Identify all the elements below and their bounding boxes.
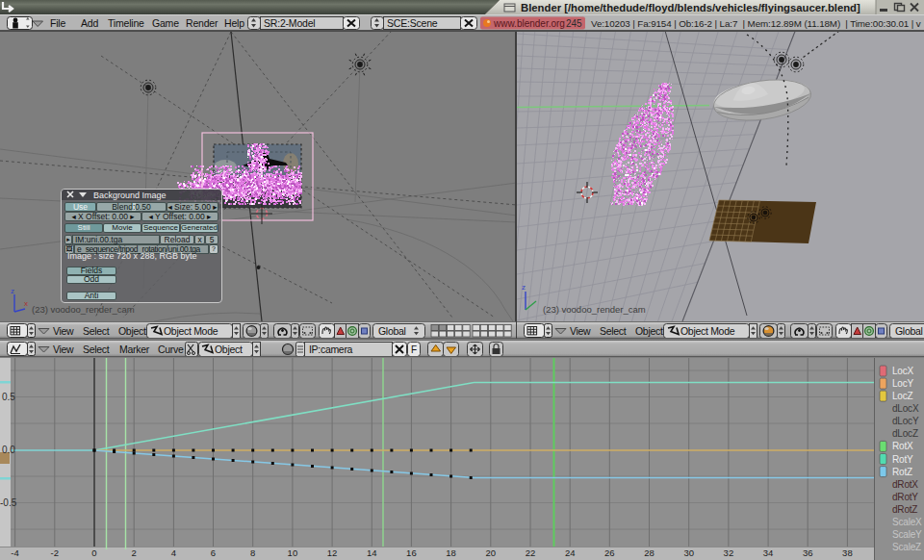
svg-text:Timeline: Timeline — [108, 17, 144, 29]
svg-text:LocX: LocX — [892, 366, 914, 376]
svg-text:Curve: Curve — [158, 344, 184, 355]
svg-text:Object: Object — [635, 325, 663, 337]
svg-text:View: View — [570, 325, 591, 337]
svg-text:(23) voodoo_render_cam: (23) voodoo_render_cam — [32, 304, 135, 315]
svg-text:dLocY: dLocY — [892, 416, 919, 426]
svg-text:Ve:10203 | Fa:9154 | Ob:16-2 |: Ve:10203 | Fa:9154 | Ob:16-2 | La:7 | Me… — [591, 18, 921, 29]
svg-text:26: 26 — [604, 547, 615, 558]
svg-text:dRotY: dRotY — [892, 492, 918, 502]
svg-text:LocZ: LocZ — [892, 391, 913, 401]
svg-text:245: 245 — [566, 18, 582, 29]
svg-text:24: 24 — [565, 547, 576, 558]
svg-text:dRotZ: dRotZ — [892, 504, 917, 515]
svg-text:8: 8 — [250, 547, 255, 558]
svg-text:View: View — [53, 325, 74, 337]
svg-text:20: 20 — [486, 547, 497, 558]
svg-text:32: 32 — [724, 547, 734, 558]
svg-text:Select: Select — [83, 344, 110, 355]
svg-text:x: x — [24, 299, 28, 308]
svg-text:12: 12 — [327, 547, 338, 558]
svg-text:dLocZ: dLocZ — [892, 428, 918, 439]
svg-text:22: 22 — [526, 547, 536, 558]
svg-text:0.5: 0.5 — [2, 392, 15, 402]
svg-text:14: 14 — [367, 547, 377, 558]
svg-text:Help: Help — [224, 17, 244, 29]
svg-text:ScaleX: ScaleX — [892, 517, 922, 527]
svg-text:36: 36 — [803, 547, 813, 558]
svg-text:-0.5: -0.5 — [0, 497, 17, 508]
svg-text:File: File — [50, 17, 65, 29]
svg-text:SCE:Scene: SCE:Scene — [387, 17, 438, 29]
svg-text:Game: Game — [152, 17, 179, 29]
svg-text:0: 0 — [91, 547, 96, 558]
svg-text:Add: Add — [81, 17, 98, 29]
svg-text:RotY: RotY — [892, 454, 913, 465]
svg-text:Blender [/home/thedude/floyd/b: Blender [/home/thedude/floyd/blends/vehi… — [521, 2, 860, 13]
svg-text:2: 2 — [132, 547, 137, 558]
svg-text:18: 18 — [446, 547, 456, 558]
svg-text:Render: Render — [186, 17, 218, 29]
svg-text:10: 10 — [288, 547, 298, 558]
svg-text:30: 30 — [683, 547, 694, 558]
svg-text:(23) voodoo_render_cam: (23) voodoo_render_cam — [543, 304, 646, 315]
svg-text:z: z — [11, 287, 14, 295]
svg-text:Object Mode: Object Mode — [164, 325, 218, 337]
svg-text:F: F — [411, 344, 417, 355]
svg-text:dRotX: dRotX — [892, 479, 918, 490]
svg-text:SR:2-Model: SR:2-Model — [264, 17, 315, 29]
svg-text:View: View — [53, 344, 74, 355]
svg-text:0.0: 0.0 — [2, 445, 15, 455]
svg-text:34: 34 — [763, 547, 774, 558]
svg-text:Marker: Marker — [119, 344, 150, 355]
svg-text:LocY: LocY — [892, 378, 914, 389]
svg-text:dLocX: dLocX — [892, 403, 919, 414]
svg-text:ScaleZ: ScaleZ — [892, 542, 921, 552]
svg-text:4: 4 — [171, 547, 176, 558]
svg-text:RotZ: RotZ — [892, 467, 912, 477]
svg-text:www.blender.org: www.blender.org — [493, 18, 565, 29]
svg-text:Object Mode: Object Mode — [680, 325, 735, 337]
svg-text:Object: Object — [118, 325, 146, 337]
svg-text:28: 28 — [644, 547, 654, 558]
svg-text:-2: -2 — [51, 547, 59, 558]
svg-text:Object: Object — [215, 344, 243, 355]
svg-text:ScaleY: ScaleY — [892, 529, 922, 540]
svg-text:Select: Select — [600, 325, 627, 337]
svg-text:16: 16 — [406, 547, 417, 558]
svg-text:38: 38 — [842, 547, 853, 558]
svg-text:RotX: RotX — [892, 441, 913, 451]
svg-text:z: z — [522, 283, 526, 292]
svg-text:-4: -4 — [11, 547, 18, 558]
svg-text:Select: Select — [83, 325, 110, 337]
svg-text:Global: Global — [378, 325, 406, 337]
svg-text:6: 6 — [211, 547, 216, 558]
svg-text:Global: Global — [895, 325, 923, 337]
svg-text:IP:camera: IP:camera — [309, 344, 353, 355]
